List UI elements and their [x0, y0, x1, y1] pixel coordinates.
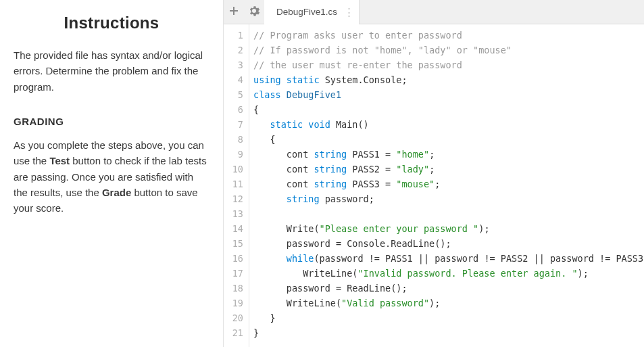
line-number: 17	[224, 266, 243, 281]
settings-button[interactable]	[244, 0, 264, 24]
code-line[interactable]: Write("Please enter your password ");	[253, 221, 644, 236]
line-number: 6	[224, 102, 243, 117]
code-line[interactable]: password = ReadLine();	[253, 281, 644, 296]
gear-icon	[249, 5, 259, 19]
code-line[interactable]: cont string PASS2 = "lady";	[253, 162, 644, 177]
tab-file[interactable]: DebugFive1.cs ⋮	[264, 0, 360, 24]
code-line[interactable]: class DebugFive1	[253, 87, 644, 102]
tab-filename: DebugFive1.cs	[276, 7, 337, 17]
code-line[interactable]: cont string PASS1 = "home";	[253, 147, 644, 162]
code-line[interactable]: }	[253, 310, 644, 325]
instructions-paragraph: The provided file has syntax and/or logi…	[14, 47, 209, 95]
code-line[interactable]: // Program asks user to enter password	[253, 28, 644, 43]
line-number: 9	[224, 147, 243, 162]
line-number: 14	[224, 221, 243, 236]
line-number: 15	[224, 236, 243, 251]
svg-rect-1	[230, 10, 238, 11]
line-number: 2	[224, 43, 243, 57]
code-line[interactable]: cont string PASS3 = "mouse";	[253, 177, 644, 191]
editor-tabbar: DebugFive1.cs ⋮	[224, 0, 644, 24]
line-number: 4	[224, 72, 243, 87]
line-number: 8	[224, 132, 243, 147]
code-line[interactable]: WriteLine("Invalid password. Please ente…	[253, 266, 644, 281]
test-button-label: Test	[49, 155, 70, 166]
code-line[interactable]: // the user must re-enter the password	[253, 57, 644, 72]
editor-panel: DebugFive1.cs ⋮ 123456789101112131415161…	[223, 0, 644, 347]
code-line[interactable]: }	[253, 325, 644, 340]
line-gutter: 123456789101112131415161718192021	[224, 24, 249, 347]
grading-paragraph: As you complete the steps above, you can…	[14, 137, 209, 216]
line-number: 12	[224, 191, 243, 206]
instructions-body: The provided file has syntax and/or logi…	[14, 47, 209, 216]
code-line[interactable]: password = Console.ReadLine();	[253, 236, 644, 251]
code-line[interactable]: string password;	[253, 191, 644, 206]
code-line[interactable]: static void Main()	[253, 117, 644, 132]
line-number: 21	[224, 325, 243, 340]
code-line[interactable]: WriteLine("Valid password");	[253, 296, 644, 310]
code-line[interactable]: while(password != PASS1 || password != P…	[253, 251, 644, 266]
line-number: 11	[224, 177, 243, 191]
instructions-panel: Instructions The provided file has synta…	[0, 0, 223, 347]
code-content[interactable]: // Program asks user to enter password//…	[249, 24, 644, 347]
code-line[interactable]	[253, 206, 644, 221]
line-number: 1	[224, 28, 243, 43]
drag-handle-icon: ⋮	[344, 6, 353, 18]
line-number: 3	[224, 57, 243, 72]
add-tab-button[interactable]	[224, 0, 244, 24]
line-number: 13	[224, 206, 243, 221]
line-number: 7	[224, 117, 243, 132]
line-number: 18	[224, 281, 243, 296]
grade-button-label: Grade	[102, 187, 131, 198]
code-line[interactable]: // If password is not "home", "lady" or …	[253, 43, 644, 57]
code-line[interactable]: {	[253, 132, 644, 147]
line-number: 5	[224, 87, 243, 102]
grading-heading: GRADING	[14, 114, 209, 129]
line-number: 19	[224, 296, 243, 310]
instructions-title: Instructions	[14, 14, 209, 32]
line-number: 20	[224, 310, 243, 325]
line-number: 16	[224, 251, 243, 266]
code-line[interactable]: {	[253, 102, 644, 117]
code-editor[interactable]: 123456789101112131415161718192021 // Pro…	[224, 24, 644, 347]
code-line[interactable]: using static System.Console;	[253, 72, 644, 87]
line-number: 10	[224, 162, 243, 177]
plus-icon	[228, 5, 239, 19]
